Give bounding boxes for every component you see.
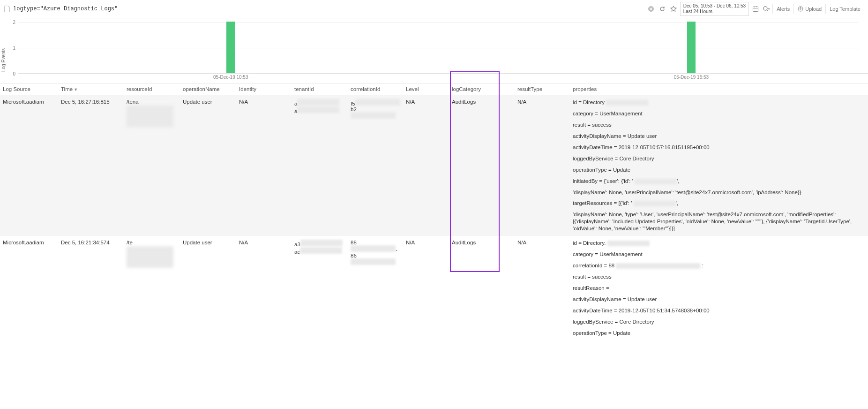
table-cell: AuditLogs [449,99,515,232]
property-line: operationType = Update [573,330,865,337]
time-range-relative: Last 24 Hours [683,9,746,15]
time-range-absolute: Dec 05, 10:53 - Dec 06, 10:53 [683,3,746,9]
property-line: initiatedBy = {'user': {'id': ' ', [573,178,865,185]
alerts-button[interactable]: Alerts [772,4,793,14]
chart-plot-area[interactable] [18,22,868,74]
col-identity[interactable]: Identity [236,86,292,92]
table-cell: N/A [403,240,449,336]
col-time[interactable]: Time▼ [58,86,124,92]
sort-desc-icon: ▼ [74,87,78,92]
log-template-button[interactable]: Log Template [825,4,864,14]
table-cell: Dec 5, 16:21:34:574 [58,240,124,336]
table-cell: N/A [236,99,292,232]
property-line: id = Directory. [573,240,865,247]
table-cell: N/A [515,240,570,336]
table-cell: /tena [124,99,180,232]
topbar-left: logtype="Azure Diagnostic Logs" [4,6,645,12]
property-line: result = success [573,273,865,280]
table-cell: Update user [180,99,236,232]
time-range-picker[interactable]: Dec 05, 10:53 - Dec 06, 10:53 Last 24 Ho… [680,2,749,16]
property-line: result = success [573,121,865,129]
col-correlation-id[interactable]: correlationId [348,86,403,92]
table-cell-properties: id = Directory category = UserManagement… [570,99,868,232]
query-topbar: logtype="Azure Diagnostic Logs" Dec 05, … [0,0,868,18]
property-line: correlationId = 88 : [573,262,865,269]
col-log-category[interactable]: logCategory [449,86,515,92]
table-row[interactable]: Microsoft.aadiamDec 5, 16:27:16:815/tena… [0,95,868,236]
chart-xaxis: 05-Dec-19 10:5305-Dec-19 15:53 [18,74,868,81]
table-cell: Update user [180,240,236,336]
table-cell: /te [124,240,180,336]
chart-ytick: 0 [13,71,15,76]
chart-bar[interactable] [687,22,696,73]
property-line: activityDisplayName = Update user [573,133,865,140]
property-line: category = UserManagement [573,110,865,117]
property-line: activityDisplayName = Update user [573,296,865,303]
refresh-icon[interactable] [657,3,668,15]
property-line: 'displayName': None, 'userPrincipalName'… [573,189,865,196]
col-properties[interactable]: properties [570,86,868,92]
chart-bar[interactable] [226,22,235,73]
property-line: activityDateTime = 2019-12-05T10:51:34.5… [573,307,865,314]
clear-icon[interactable] [645,3,657,15]
col-resource-id[interactable]: resourceId [124,86,180,92]
table-cell: f5b2 [348,99,403,232]
property-line: category = UserManagement [573,251,865,258]
table-cell: AuditLogs [449,240,515,336]
property-line: activityDateTime = 2019-12-05T10:57:16.8… [573,144,865,151]
property-line: loggedByService = Core Directory [573,318,865,326]
document-icon [4,6,10,12]
table-cell-properties: id = Directory. category = UserManagemen… [570,240,868,336]
calendar-icon[interactable] [750,3,761,15]
star-icon[interactable] [668,3,679,15]
property-line: loggedByService = Core Directory [573,155,865,162]
property-line: targetResources = [{'id': ' ', [573,200,865,207]
col-tenant-id[interactable]: tenantId [292,86,348,92]
table-cell: a3ac [292,240,348,336]
svg-rect-1 [753,7,758,12]
upload-icon [798,6,803,12]
search-dropdown-icon[interactable] [761,3,772,15]
table-cell: Microsoft.aadiam [0,99,58,232]
chart-xtick: 05-Dec-19 15:53 [674,75,709,80]
histogram-chart: Log Events 012 05-Dec-19 10:5305-Dec-19 … [0,18,868,83]
table-header-row: Log Source Time▼ resourceId operationNam… [0,83,868,95]
topbar-right: Dec 05, 10:53 - Dec 06, 10:53 Last 24 Ho… [645,2,864,16]
table-cell: N/A [403,99,449,232]
property-line: operationType = Update [573,167,865,174]
table-cell: Dec 5, 16:27:16:815 [58,99,124,232]
property-line: id = Directory [573,99,865,106]
col-log-source[interactable]: Log Source [0,86,58,92]
chart-ylabel: Log Events [0,22,8,81]
table-cell: Microsoft.aadiam [0,240,58,336]
upload-button[interactable]: Upload [793,4,825,14]
property-line: resultReason = [573,285,865,292]
table-cell: 88-86 [348,240,403,336]
col-operation-name[interactable]: operationName [180,86,236,92]
upload-label: Upload [805,6,822,12]
table-row[interactable]: Microsoft.aadiamDec 5, 16:21:34:574/teUp… [0,236,868,340]
log-table: Log Source Time▼ resourceId operationNam… [0,83,868,341]
svg-point-2 [763,7,767,10]
table-cell: N/A [236,240,292,336]
table-cell: N/A [515,99,570,232]
chart-ytick: 1 [13,45,15,51]
property-line: 'displayName': None, 'type': 'User', 'us… [573,211,865,232]
chart-ytick: 2 [13,20,15,25]
chart-yaxis: 012 [8,22,17,74]
query-text[interactable]: logtype="Azure Diagnostic Logs" [13,6,118,12]
col-time-label: Time [61,86,73,92]
col-result-type[interactable]: resultType [515,86,570,92]
col-level[interactable]: Level [403,86,449,92]
chart-xtick: 05-Dec-19 10:53 [213,75,248,80]
table-cell: aa [292,99,348,232]
